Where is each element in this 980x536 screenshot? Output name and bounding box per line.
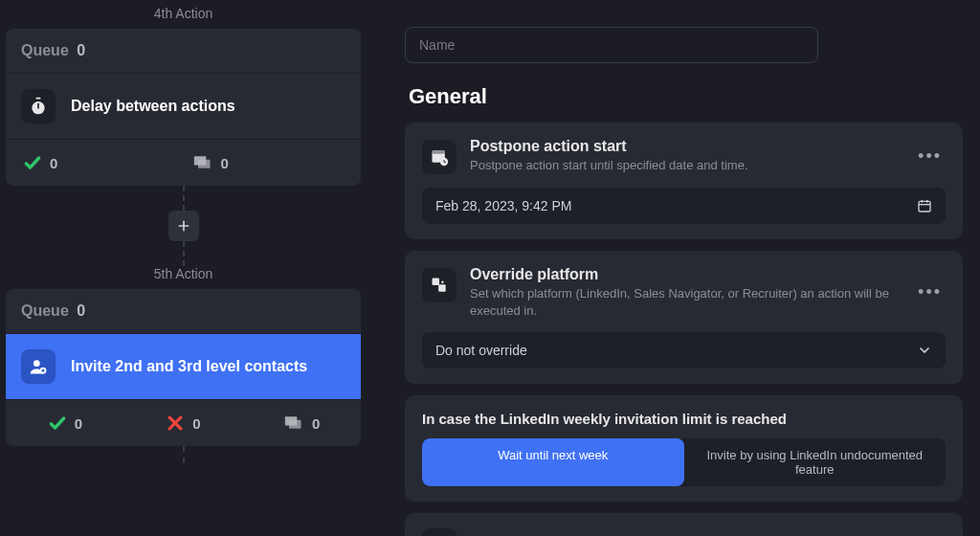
action-title: Delay between actions: [71, 98, 235, 115]
calendar-icon: [917, 198, 932, 213]
stats-row: 0 0: [6, 140, 361, 186]
stat-success-value: 0: [75, 415, 82, 432]
stat-cash-value: 0: [312, 415, 320, 432]
workflow-column: 4th Action Queue 0 Delay between actions…: [0, 0, 367, 536]
override-select-value: Do not override: [435, 343, 527, 358]
limit-label: In case the LinkedIn weekly invitation l…: [422, 411, 946, 427]
postpone-title: Postpone action start: [470, 138, 901, 155]
puzzle-icon: [422, 528, 457, 536]
stat-success: 0: [6, 413, 124, 433]
action-card-4: Queue 0 Delay between actions 0 0: [6, 29, 361, 186]
stat-cash-value: 0: [221, 155, 229, 171]
plugins-row[interactable]: Available optional plug-ins for general …: [405, 513, 963, 536]
calendar-clock-icon: [422, 140, 457, 174]
svg-rect-20: [919, 201, 930, 212]
limit-segmented: Wait until next week Invite by using Lin…: [422, 438, 946, 486]
override-select[interactable]: Do not override: [422, 332, 946, 368]
platform-icon: [422, 268, 457, 302]
stat-cash: 0: [242, 413, 361, 433]
stat-success: 0: [6, 153, 192, 172]
stat-fail: 0: [124, 413, 243, 433]
queue-count: 0: [77, 302, 85, 319]
queue-row: Queue 0: [6, 29, 361, 74]
postpone-more-button[interactable]: •••: [914, 143, 946, 170]
svg-rect-2: [37, 103, 39, 109]
action-title-row-selected[interactable]: Invite 2nd and 3rd level contacts: [6, 334, 361, 400]
name-input[interactable]: [405, 27, 818, 63]
override-more-button[interactable]: •••: [914, 279, 946, 306]
limit-option-wait[interactable]: Wait until next week: [422, 438, 684, 486]
action-title-row[interactable]: Delay between actions: [6, 74, 361, 140]
cash-icon: [192, 153, 213, 172]
queue-row: Queue 0: [6, 289, 361, 334]
action-heading-4: 4th Action: [0, 6, 367, 21]
stats-row: 0 0 0: [6, 400, 361, 446]
svg-line-19: [444, 162, 446, 163]
svg-rect-16: [433, 150, 445, 153]
queue-label: Queue: [21, 42, 69, 58]
svg-rect-25: [438, 284, 446, 292]
user-plus-icon: [21, 349, 56, 384]
limit-option-undocumented[interactable]: Invite by using LinkedIn undocumented fe…: [684, 438, 947, 486]
plus-icon: [176, 218, 191, 234]
connector-line: [183, 186, 185, 211]
override-panel: Override platform Set which platform (Li…: [405, 251, 963, 384]
override-title: Override platform: [470, 266, 901, 283]
cash-icon: [283, 413, 304, 433]
override-subtitle: Set which platform (LinkedIn, Sales Navi…: [470, 285, 901, 319]
stat-fail-value: 0: [192, 415, 200, 432]
section-heading-general: General: [409, 84, 963, 109]
postpone-datetime-value: Feb 28, 2023, 9:42 PM: [435, 198, 571, 213]
x-icon: [166, 413, 185, 433]
check-icon: [48, 413, 67, 433]
svg-rect-4: [198, 160, 211, 168]
add-action-button[interactable]: [168, 211, 199, 241]
queue-count: 0: [77, 42, 85, 58]
action-title: Invite 2nd and 3rd level contacts: [71, 358, 307, 375]
settings-column: General Postpone action start Postpone a…: [367, 0, 980, 536]
check-icon: [23, 153, 42, 172]
chevron-down-icon: [917, 343, 932, 358]
svg-rect-24: [433, 279, 440, 286]
stat-cash: 0: [192, 153, 362, 172]
postpone-subtitle: Postpone action start until specified da…: [470, 157, 901, 174]
svg-rect-0: [36, 98, 41, 100]
stat-success-value: 0: [50, 155, 57, 171]
svg-point-26: [441, 280, 444, 283]
action-card-5: Queue 0 Invite 2nd and 3rd level contact…: [6, 289, 361, 446]
connector-line: [183, 241, 185, 266]
postpone-panel: Postpone action start Postpone action st…: [405, 123, 963, 239]
limit-panel: In case the LinkedIn weekly invitation l…: [405, 395, 963, 502]
connector-line: [183, 446, 185, 463]
action-heading-5: 5th Action: [0, 266, 367, 281]
stopwatch-icon: [21, 89, 56, 123]
svg-rect-14: [289, 420, 301, 429]
postpone-datetime-field[interactable]: Feb 28, 2023, 9:42 PM: [422, 188, 946, 224]
queue-label: Queue: [21, 302, 69, 319]
svg-point-7: [33, 360, 40, 367]
